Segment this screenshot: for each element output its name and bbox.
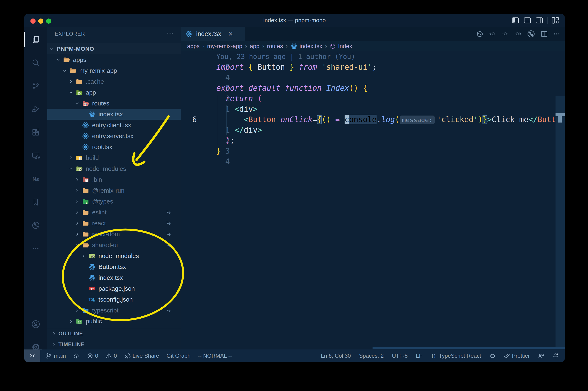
status-live-share[interactable]: Live Share bbox=[124, 353, 159, 359]
additional-views-icon bbox=[32, 245, 39, 252]
tree-item-react-dom[interactable]: react-dom bbox=[47, 229, 181, 239]
tree-item-root-tsx[interactable]: root.tsx bbox=[47, 141, 181, 152]
tree-item--cache[interactable]: .cache bbox=[47, 76, 181, 87]
status-warnings[interactable]: 0 bbox=[106, 353, 117, 359]
breadcrumb-index-tsx[interactable]: index.tsx bbox=[291, 43, 322, 50]
status-eol[interactable]: LF bbox=[416, 353, 422, 359]
activity-explorer[interactable] bbox=[24, 29, 47, 50]
status-feedback[interactable] bbox=[538, 353, 544, 359]
status-notifications[interactable] bbox=[552, 353, 559, 359]
activity-nx-console[interactable]: N≥ bbox=[24, 168, 47, 190]
breadcrumb-routes[interactable]: routes bbox=[267, 43, 283, 50]
tree-item-typescript[interactable]: TStypescript bbox=[47, 305, 181, 316]
tree-item-index-tsx[interactable]: index.tsx bbox=[47, 109, 181, 120]
chevron-right-icon bbox=[52, 342, 56, 347]
tab-index-tsx[interactable]: index.tsx× bbox=[181, 27, 245, 41]
tree-item-node-modules[interactable]: JSnode_modules bbox=[47, 250, 181, 261]
activity-run-and-debug[interactable] bbox=[24, 98, 47, 120]
status-git-graph[interactable]: Git Graph bbox=[167, 353, 191, 359]
window-title: index.tsx — pnpm-mono bbox=[24, 14, 565, 27]
activity-search[interactable] bbox=[24, 52, 47, 73]
tree-item-node-modules[interactable]: JSnode_modules bbox=[47, 163, 181, 174]
tree-item-build[interactable]: build bbox=[47, 152, 181, 163]
breadcrumb-index[interactable]: Index bbox=[330, 43, 352, 50]
tree-item-apps[interactable]: apps bbox=[47, 54, 181, 65]
section-timeline[interactable]: TIMELINE bbox=[47, 339, 181, 350]
explorer-more-actions-button[interactable] bbox=[167, 30, 174, 38]
tree-item-public[interactable]: public bbox=[47, 316, 181, 327]
folder-tan-icon bbox=[82, 219, 89, 227]
tree-item--types[interactable]: TS@types bbox=[47, 196, 181, 207]
tree-item-package-json[interactable]: npmpackage.json bbox=[47, 283, 181, 294]
customize-layout-button[interactable] bbox=[551, 16, 559, 24]
more-actions-button[interactable] bbox=[553, 30, 560, 37]
breadcrumb-apps[interactable]: apps bbox=[187, 43, 200, 50]
activity-source-control[interactable] bbox=[24, 75, 47, 97]
status-git-branch[interactable]: main bbox=[46, 353, 66, 359]
gitlens-graph-button[interactable] bbox=[527, 30, 535, 38]
split-editor-button[interactable] bbox=[541, 30, 548, 38]
breadcrumb-my-remix-app[interactable]: my-remix-app bbox=[207, 43, 242, 50]
status-errors[interactable]: 0 bbox=[87, 353, 98, 359]
activity-bookmarks[interactable] bbox=[24, 192, 47, 213]
tree-item-label: react-dom bbox=[92, 231, 120, 238]
tree-item-label: root.tsx bbox=[92, 143, 112, 150]
tree-item-tsconfig-json[interactable]: TStsconfig.json bbox=[47, 294, 181, 305]
tree-item--bin[interactable]: 0110.bin bbox=[47, 174, 181, 185]
titlebar-divider bbox=[547, 17, 548, 24]
activity-gitlens[interactable] bbox=[24, 215, 47, 236]
tree-item-react[interactable]: react bbox=[47, 218, 181, 229]
code-editor[interactable]: You, 23 hours ago | 1 author (You)5impor… bbox=[181, 51, 556, 347]
prettier-icon bbox=[504, 353, 510, 359]
previous-change-button[interactable] bbox=[489, 30, 496, 38]
editor-vertical-scrollbar[interactable] bbox=[556, 96, 565, 347]
status-encoding[interactable]: UTF-8 bbox=[392, 353, 408, 359]
editor-horizontal-scrollbar[interactable] bbox=[373, 347, 565, 349]
tree-item-shared-ui[interactable]: shared-ui bbox=[47, 239, 181, 250]
warnings-icon bbox=[106, 353, 112, 359]
chevron-down-icon bbox=[69, 91, 73, 95]
next-change-button[interactable] bbox=[514, 30, 522, 38]
open-changes-button[interactable] bbox=[501, 30, 509, 38]
tree-item-label: routes bbox=[92, 100, 109, 107]
breadcrumb-app[interactable]: app bbox=[250, 43, 259, 50]
tree-item-label: entry.client.tsx bbox=[92, 122, 131, 129]
chevron-right-icon bbox=[75, 199, 79, 203]
tree-item--remix-run[interactable]: @remix-run bbox=[47, 185, 181, 196]
activity-accounts[interactable] bbox=[24, 313, 47, 335]
tree-item-routes[interactable]: routes bbox=[47, 98, 181, 109]
remote-indicator[interactable] bbox=[24, 349, 40, 362]
tree-item-eslint[interactable]: eslint bbox=[47, 207, 181, 218]
tree-item-entry-client-tsx[interactable]: entry.client.tsx bbox=[47, 120, 181, 130]
toggle-panel-button[interactable] bbox=[523, 16, 531, 24]
tree-item-my-remix-app[interactable]: my-remix-app bbox=[47, 65, 181, 76]
section-outline[interactable]: OUTLINE bbox=[47, 328, 181, 339]
chevron-right-icon bbox=[75, 178, 79, 182]
status-copilot[interactable] bbox=[489, 353, 495, 359]
status-vim-mode[interactable]: -- NORMAL -- bbox=[198, 353, 232, 359]
status-language-mode[interactable]: {}TypeScript React bbox=[430, 353, 481, 359]
toggle-primary-sidebar-button[interactable] bbox=[511, 16, 519, 24]
remote-explorer-icon bbox=[32, 152, 40, 160]
tree-item-entry-server-tsx[interactable]: entry.server.tsx bbox=[47, 130, 181, 141]
tree-item-label: react bbox=[92, 220, 106, 227]
code-line: 2 return ( bbox=[181, 93, 556, 104]
symbol-cube-icon bbox=[330, 43, 336, 49]
svg-text:N≥: N≥ bbox=[32, 176, 39, 182]
status-indentation[interactable]: Spaces: 2 bbox=[359, 353, 384, 359]
status-publish[interactable] bbox=[73, 353, 80, 359]
timeline-history-button[interactable] bbox=[476, 30, 483, 38]
status-prettier[interactable]: Prettier bbox=[504, 353, 530, 359]
activity-extensions[interactable] bbox=[24, 122, 47, 143]
activity-remote-explorer[interactable] bbox=[24, 145, 47, 166]
tree-item-index-tsx[interactable]: index.tsx bbox=[47, 272, 181, 283]
tree-item-app[interactable]: app bbox=[47, 87, 181, 98]
tree-item-button-tsx[interactable]: Button.tsx bbox=[47, 261, 181, 272]
close-tab-icon[interactable]: × bbox=[228, 30, 233, 38]
status-cursor-position[interactable]: Ln 6, Col 30 bbox=[321, 353, 351, 359]
toggle-secondary-sidebar-button[interactable] bbox=[535, 16, 543, 24]
activity-additional-views[interactable] bbox=[24, 238, 47, 259]
tree-item-label: public bbox=[86, 318, 102, 325]
tree-item-pnpm-mono[interactable]: PNPM-MONO bbox=[47, 43, 181, 54]
symlink-icon bbox=[166, 231, 172, 238]
